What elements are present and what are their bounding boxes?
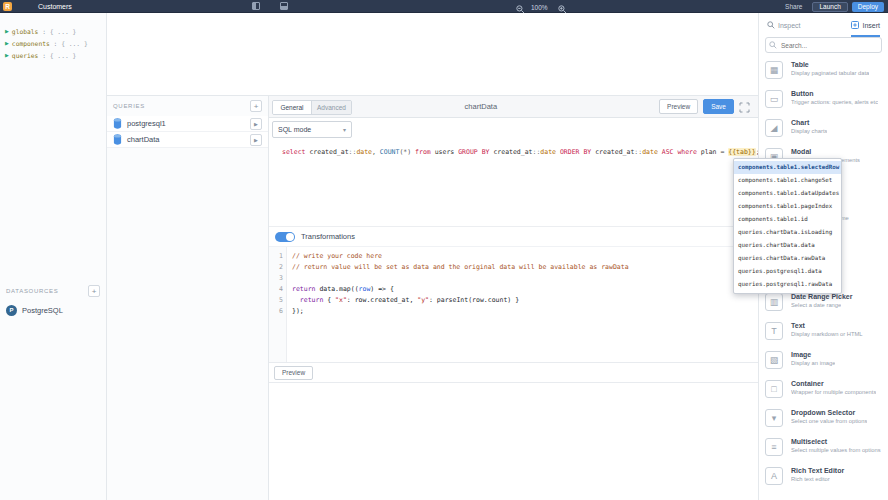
- component-palette-item[interactable]: ARich Text EditorRich text editor: [759, 462, 888, 491]
- editor-tab-advanced[interactable]: Advanced: [311, 101, 351, 114]
- state-tree-item[interactable]: ▶globals : { ... }: [5, 25, 106, 37]
- datasource-item[interactable]: PPostgreSQL: [0, 301, 106, 319]
- expand-triangle-icon[interactable]: ▶: [5, 40, 9, 46]
- datasource-name: PostgreSQL: [22, 306, 63, 315]
- code-token: // return value will be set as data and …: [292, 263, 629, 271]
- datasources-header-label: DATASOURCES: [6, 288, 58, 294]
- sql-token: ORDER BY: [560, 148, 595, 156]
- app-title: Customers: [38, 3, 72, 10]
- run-query-button[interactable]: ▶: [250, 118, 262, 130]
- component-description: Select one value from options: [791, 418, 867, 424]
- date-range-picker-icon: ▥: [765, 293, 783, 311]
- component-description: Display an image: [791, 360, 835, 366]
- magnifier-icon: [767, 21, 775, 29]
- postgresql-icon: P: [6, 305, 17, 316]
- query-editor-tabbar: GeneralAdvanced chartData Preview Save: [269, 96, 758, 118]
- expand-triangle-icon[interactable]: ▶: [5, 28, 9, 34]
- preview-button[interactable]: Preview: [659, 99, 698, 114]
- add-datasource-button[interactable]: +: [88, 285, 100, 297]
- component-palette-item[interactable]: □ContainerWrapper for multiple component…: [759, 375, 888, 404]
- query-mode-select[interactable]: SQL mode ▾: [272, 121, 352, 138]
- insert-plus-icon: [851, 21, 859, 29]
- sql-token: (*): [399, 148, 415, 156]
- autocomplete-item[interactable]: queries.chartData.data: [734, 239, 841, 252]
- tab-inspect[interactable]: Inspect: [767, 13, 801, 37]
- sql-editor[interactable]: select created_at::date, COUNT(*) from u…: [269, 142, 758, 226]
- code-line: });: [292, 306, 629, 317]
- component-name: Modal: [791, 148, 811, 155]
- component-palette-item[interactable]: ▦TableDisplay paginated tabular data: [759, 56, 888, 85]
- expand-editor-button[interactable]: [739, 101, 750, 112]
- run-query-button[interactable]: ▶: [250, 134, 262, 146]
- component-palette-item[interactable]: ≡MultiselectSelect multiple values from …: [759, 433, 888, 462]
- query-list-item[interactable]: postgresql1▶: [107, 116, 268, 132]
- autocomplete-item[interactable]: components.table1.changeSet: [734, 174, 841, 187]
- sql-token: from: [415, 148, 435, 156]
- top-bar: R Customers 100% Share Launch Deploy: [0, 0, 888, 13]
- component-search-input[interactable]: [765, 37, 882, 53]
- share-button[interactable]: Share: [779, 2, 808, 12]
- add-query-button[interactable]: +: [250, 100, 262, 112]
- autocomplete-item[interactable]: queries.postgresql1.rawData: [734, 278, 841, 291]
- zoom-in-button[interactable]: [558, 2, 567, 11]
- state-tree: ▶globals : { ... }▶components : { ... }▶…: [0, 13, 106, 61]
- sql-token: created_at: [309, 148, 348, 156]
- component-palette-item[interactable]: ▧ImageDisplay an image: [759, 346, 888, 375]
- component-palette-item[interactable]: TTextDisplay markdown or HTML: [759, 317, 888, 346]
- component-palette-item[interactable]: ▾Dropdown SelectorSelect one value from …: [759, 404, 888, 433]
- code-token: return: [300, 296, 323, 304]
- autocomplete-item[interactable]: components.table1.id: [734, 213, 841, 226]
- code-token: "y": [417, 296, 429, 304]
- code-token: return: [292, 285, 319, 293]
- autocomplete-item[interactable]: components.table1.selectedRow: [734, 161, 841, 174]
- launch-button[interactable]: Launch: [812, 2, 847, 12]
- query-list-item[interactable]: chartData▶: [107, 132, 268, 148]
- line-number: 3: [269, 273, 283, 284]
- chart-icon: ◢: [765, 119, 783, 137]
- button-icon: ▭: [765, 90, 783, 108]
- autocomplete-item[interactable]: components.table1.pageIndex: [734, 200, 841, 213]
- tree-collapsed-value: : { ... }: [38, 28, 76, 35]
- component-palette-item[interactable]: ◢ChartDisplay charts: [759, 114, 888, 143]
- state-tree-item[interactable]: ▶components : { ... }: [5, 37, 106, 49]
- left-sidebar: ▶globals : { ... }▶components : { ... }▶…: [0, 13, 107, 500]
- zoom-out-icon: [516, 5, 525, 14]
- sql-token: created_at: [493, 148, 532, 156]
- multiselect-icon: ≡: [765, 438, 783, 456]
- autocomplete-item[interactable]: components.table1.dataUpdates: [734, 187, 841, 200]
- autocomplete-item[interactable]: queries.chartData.rawData: [734, 252, 841, 265]
- code-token: data: [319, 285, 335, 293]
- component-name: Date Range Picker: [791, 293, 852, 300]
- deploy-button[interactable]: Deploy: [852, 2, 884, 12]
- transformer-editor[interactable]: 123456 // write your code here// return …: [269, 246, 758, 362]
- sql-token: COUNT: [380, 148, 400, 156]
- code-token: :: [429, 296, 437, 304]
- autocomplete-item[interactable]: queries.chartData.isLoading: [734, 226, 841, 239]
- autocomplete-item[interactable]: queries.postgresql1.data: [734, 265, 841, 278]
- query-list: postgresql1▶chartData▶: [107, 116, 268, 148]
- query-list-panel: QUERIES + postgresql1▶chartData▶: [107, 95, 269, 500]
- transformations-toggle[interactable]: [275, 232, 295, 242]
- line-number: 2: [269, 262, 283, 273]
- tree-key: globals: [12, 28, 39, 35]
- editor-actions: Preview Save: [659, 99, 750, 114]
- expand-triangle-icon[interactable]: ▶: [5, 52, 9, 58]
- run-preview-button[interactable]: Preview: [274, 366, 313, 380]
- state-tree-item[interactable]: ▶queries : { ... }: [5, 49, 106, 61]
- code-token: map: [339, 285, 351, 293]
- bottom-panel-toggle-icon[interactable]: [280, 2, 288, 10]
- code-token: ) => {: [370, 285, 393, 293]
- code-token: count: [488, 296, 508, 304]
- tab-insert[interactable]: Insert: [851, 13, 880, 37]
- component-palette-item[interactable]: ▭ButtonTrigger actions: queries, alerts …: [759, 85, 888, 114]
- editor-tab-general[interactable]: General: [273, 101, 311, 114]
- datasources-panel: DATASOURCES + PPostgreSQL: [0, 281, 106, 319]
- code-line: // return value will be set as data and …: [292, 262, 629, 273]
- sql-token: GROUP BY: [458, 148, 493, 156]
- zoom-out-button[interactable]: [516, 2, 525, 11]
- code-token: // write your code here: [292, 252, 382, 260]
- save-button[interactable]: Save: [703, 99, 734, 114]
- left-panel-toggle-icon[interactable]: [252, 2, 260, 10]
- toggle-knob: [286, 233, 294, 241]
- container-icon: □: [765, 380, 783, 398]
